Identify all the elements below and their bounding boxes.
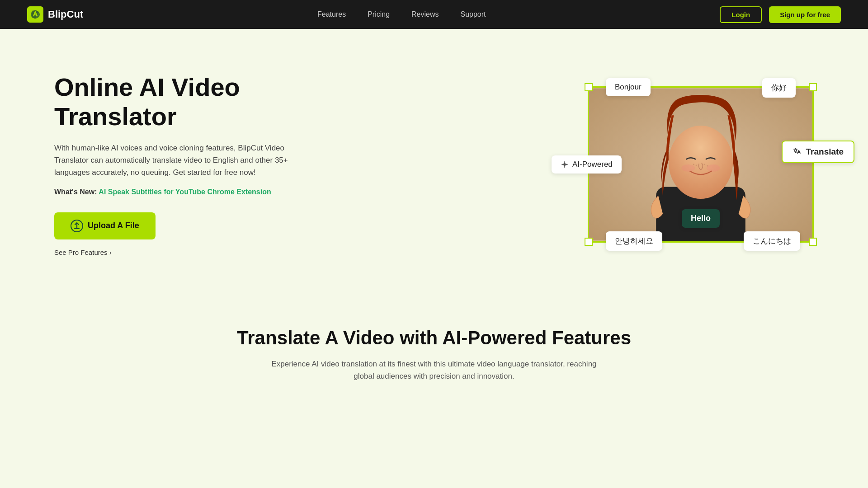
login-button[interactable]: Login	[720, 6, 762, 23]
signup-button[interactable]: Sign up for free	[769, 6, 841, 23]
see-pro-label: See Pro Features	[54, 249, 108, 256]
nav-links: Features Pricing Reviews Support	[317, 10, 486, 19]
section2-title: Translate A Video with AI-Powered Featur…	[54, 327, 814, 349]
chip-bonjour: Bonjour	[606, 78, 651, 96]
whats-new-prefix: What's New:	[54, 188, 97, 196]
section2: Translate A Video with AI-Powered Featur…	[0, 291, 868, 409]
svg-point-8	[707, 164, 720, 172]
corner-tr	[809, 83, 817, 91]
see-pro-link[interactable]: See Pro Features ›	[54, 249, 326, 256]
logo-icon	[27, 6, 43, 23]
hero-image-wrap: Hello Bonjour 你好 AI-Powered Translate 안녕…	[588, 86, 814, 243]
corner-bl	[585, 238, 593, 246]
section2-description: Experience AI video translation at its f…	[271, 358, 597, 382]
corner-br	[809, 238, 817, 246]
whats-new: What's New: AI Speak Subtitles for YouTu…	[54, 188, 326, 196]
chip-annyeong: 안녕하세요	[606, 231, 662, 251]
svg-point-11	[703, 164, 705, 165]
chip-hello: Hello	[682, 209, 720, 228]
logo-link[interactable]: BlipCut	[27, 6, 83, 23]
svg-point-13	[701, 163, 702, 164]
upload-label: Upload A File	[88, 221, 139, 230]
upload-icon	[71, 220, 83, 232]
chip-ai-powered: AI-Powered	[552, 155, 622, 174]
navbar: BlipCut Features Pricing Reviews Support…	[0, 0, 868, 29]
brand-name: BlipCut	[48, 9, 83, 20]
nav-pricing[interactable]: Pricing	[368, 10, 390, 18]
navbar-actions: Login Sign up for free	[720, 6, 841, 23]
hero-frame: Hello	[588, 86, 814, 243]
chevron-right-icon: ›	[109, 249, 112, 256]
chip-translate: Translate	[782, 141, 854, 163]
hero-content: Online AI Video Translator With human-li…	[54, 73, 326, 256]
sparkle-icon	[561, 160, 569, 169]
chip-nihao: 你好	[762, 78, 796, 98]
hero-title: Online AI Video Translator	[54, 73, 326, 131]
translate-icon	[793, 147, 802, 157]
nav-features[interactable]: Features	[317, 10, 346, 18]
svg-point-9	[693, 164, 694, 165]
svg-point-12	[707, 165, 708, 166]
svg-point-6	[669, 126, 733, 199]
nav-support[interactable]: Support	[461, 10, 486, 18]
nav-reviews[interactable]: Reviews	[411, 10, 439, 18]
upload-button[interactable]: Upload A File	[54, 212, 156, 239]
hero-section: Online AI Video Translator With human-li…	[0, 29, 868, 291]
hero-description: With human-like AI voices and voice clon…	[54, 142, 289, 179]
whats-new-link[interactable]: AI Speak Subtitles for YouTube Chrome Ex…	[99, 188, 271, 196]
svg-point-7	[682, 164, 695, 172]
chip-konnichiwa: こんにちは	[744, 231, 800, 251]
corner-tl	[585, 83, 593, 91]
svg-point-10	[696, 164, 697, 166]
